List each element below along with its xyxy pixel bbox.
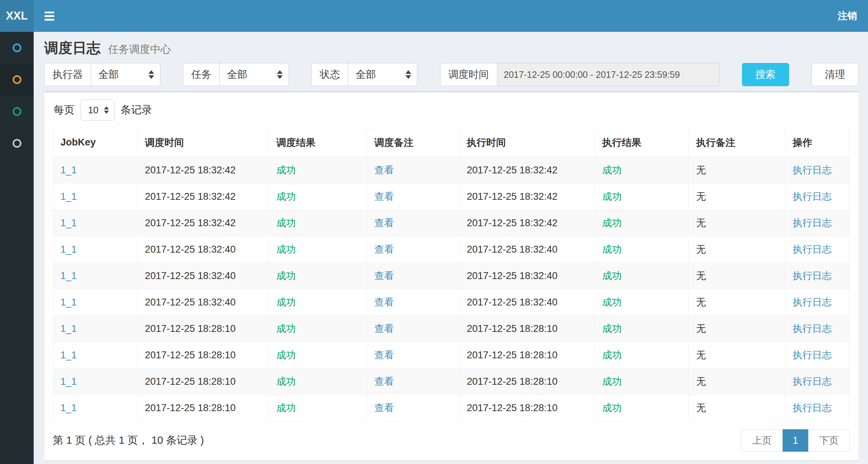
trigger-result-cell: 成功 <box>269 210 367 236</box>
handle-time-cell: 2017-12-25 18:28:10 <box>459 395 595 421</box>
trigger-msg-link[interactable]: 查看 <box>374 376 394 387</box>
jobkey-link[interactable]: 1_1 <box>60 402 77 413</box>
handle-msg-cell: 无 <box>689 263 785 289</box>
table-row: 1_1 2017-12-25 18:28:10 成功 查看 2017-12-25… <box>53 342 850 368</box>
sidebar-toggle-button[interactable] <box>45 12 54 21</box>
table-row: 1_1 2017-12-25 18:32:40 成功 查看 2017-12-25… <box>53 263 850 289</box>
filter-status-group: 状态 全部 <box>311 63 417 86</box>
column-header: 调度时间 <box>138 128 269 157</box>
exec-log-link[interactable]: 执行日志 <box>793 323 832 334</box>
jobkey-link[interactable]: 1_1 <box>60 323 77 334</box>
handle-time-cell: 2017-12-25 18:32:40 <box>459 236 595 263</box>
job-select[interactable]: 全部 <box>219 63 289 86</box>
trigger-time-cell: 2017-12-25 18:28:10 <box>138 395 269 421</box>
handle-time-cell: 2017-12-25 18:32:40 <box>459 289 595 316</box>
table-row: 1_1 2017-12-25 18:32:40 成功 查看 2017-12-25… <box>53 289 850 316</box>
handle-msg-cell: 无 <box>689 289 785 316</box>
jobkey-link[interactable]: 1_1 <box>60 191 77 202</box>
handle-msg-cell: 无 <box>689 342 785 368</box>
jobkey-link[interactable]: 1_1 <box>60 376 77 387</box>
sidebar-item-4[interactable] <box>0 127 34 159</box>
logout-link[interactable]: 注销 <box>838 9 857 22</box>
exec-log-link[interactable]: 执行日志 <box>793 402 832 413</box>
trigger-msg-link[interactable]: 查看 <box>374 350 394 360</box>
trigger-time-cell: 2017-12-25 18:28:10 <box>138 316 269 342</box>
circle-icon <box>13 107 21 116</box>
sidebar-item-1[interactable] <box>0 32 34 64</box>
jobkey-link[interactable]: 1_1 <box>60 218 77 228</box>
trigger-msg-link[interactable]: 查看 <box>374 191 394 202</box>
trigger-msg-link[interactable]: 查看 <box>374 218 394 228</box>
current-page-button[interactable]: 1 <box>783 429 808 452</box>
trigger-result-cell: 成功 <box>269 157 367 184</box>
trigger-result-cell: 成功 <box>269 395 367 421</box>
exec-log-link[interactable]: 执行日志 <box>793 165 832 176</box>
navbar-main: 注销 <box>34 0 868 32</box>
handle-time-cell: 2017-12-25 18:32:40 <box>459 263 595 289</box>
trigger-time-cell: 2017-12-25 18:32:42 <box>138 184 269 210</box>
trigger-msg-link[interactable]: 查看 <box>374 402 394 413</box>
trigger-time-cell: 2017-12-25 18:32:40 <box>138 263 269 289</box>
status-select[interactable]: 全部 <box>348 63 417 86</box>
filter-job-group: 任务 全部 <box>183 63 289 86</box>
handle-msg-cell: 无 <box>689 236 785 263</box>
handle-time-cell: 2017-12-25 18:32:42 <box>459 184 595 210</box>
select-arrows-icon <box>277 70 283 79</box>
trigger-time-cell: 2017-12-25 18:28:10 <box>138 368 269 395</box>
select-arrows-icon <box>148 70 154 79</box>
trigger-msg-link[interactable]: 查看 <box>374 297 394 308</box>
table-row: 1_1 2017-12-25 18:28:10 成功 查看 2017-12-25… <box>53 395 850 421</box>
trigger-result-cell: 成功 <box>269 368 367 395</box>
exec-log-link[interactable]: 执行日志 <box>793 376 832 387</box>
handle-time-cell: 2017-12-25 18:28:10 <box>459 368 595 395</box>
sidebar-item-3[interactable] <box>0 96 34 127</box>
page-size-suffix-label: 条记录 <box>121 103 152 117</box>
exec-log-link[interactable]: 执行日志 <box>793 191 832 202</box>
page-size-select[interactable]: 10 <box>80 100 115 121</box>
exec-log-link[interactable]: 执行日志 <box>793 297 832 308</box>
column-header: 调度备注 <box>367 128 459 157</box>
handle-time-cell: 2017-12-25 18:32:42 <box>459 157 595 184</box>
column-header: 执行备注 <box>689 128 785 157</box>
exec-log-link[interactable]: 执行日志 <box>793 218 832 228</box>
jobkey-link[interactable]: 1_1 <box>60 350 77 360</box>
jobkey-link[interactable]: 1_1 <box>60 165 77 176</box>
sidebar-item-2[interactable] <box>0 64 34 96</box>
exec-log-link[interactable]: 执行日志 <box>793 270 832 281</box>
filter-trigger-time-group: 调度时间 2017-12-25 00:00:00 - 2017-12-25 23… <box>440 63 720 86</box>
search-button[interactable]: 搜索 <box>742 63 789 86</box>
table-header-row: JobKey调度时间调度结果调度备注执行时间执行结果执行备注操作 <box>53 128 850 157</box>
executor-select[interactable]: 全部 <box>91 63 160 86</box>
trigger-result-cell: 成功 <box>269 289 367 316</box>
jobkey-link[interactable]: 1_1 <box>60 270 77 281</box>
records-table: JobKey调度时间调度结果调度备注执行时间执行结果执行备注操作 1_1 201… <box>53 128 850 421</box>
next-page-button[interactable]: 下页 <box>808 429 850 452</box>
jobkey-link[interactable]: 1_1 <box>60 297 77 308</box>
top-navbar: XXL 注销 <box>0 0 868 32</box>
exec-log-link[interactable]: 执行日志 <box>793 350 832 360</box>
handle-time-cell: 2017-12-25 18:32:42 <box>459 210 595 236</box>
handle-result-cell: 成功 <box>595 236 689 263</box>
table-body: 1_1 2017-12-25 18:32:42 成功 查看 2017-12-25… <box>53 157 850 421</box>
column-header: 执行时间 <box>459 128 595 157</box>
jobkey-link[interactable]: 1_1 <box>60 244 77 255</box>
app-logo[interactable]: XXL <box>0 0 34 32</box>
exec-log-link[interactable]: 执行日志 <box>793 244 832 255</box>
prev-page-button[interactable]: 上页 <box>741 429 783 452</box>
trigger-msg-link[interactable]: 查看 <box>374 244 394 255</box>
trigger-msg-link[interactable]: 查看 <box>374 270 394 281</box>
handle-result-cell: 成功 <box>595 157 689 184</box>
trigger-time-cell: 2017-12-25 18:32:42 <box>138 210 269 236</box>
trigger-result-cell: 成功 <box>269 184 367 210</box>
page-size-row: 每页 10 条记录 <box>54 100 850 121</box>
content-panel: 每页 10 条记录 JobKey调度时间调度结果调度备注执行时间执行结果执行备注… <box>44 91 859 460</box>
handle-result-cell: 成功 <box>595 395 689 421</box>
content-header: 调度日志 任务调度中心 <box>44 38 859 58</box>
handle-time-cell: 2017-12-25 18:28:10 <box>459 316 595 342</box>
trigger-msg-link[interactable]: 查看 <box>374 165 394 176</box>
select-arrows-icon <box>405 70 411 79</box>
clear-button[interactable]: 清理 <box>812 63 859 86</box>
page-subtitle: 任务调度中心 <box>108 43 171 55</box>
trigger-msg-link[interactable]: 查看 <box>374 323 394 334</box>
trigger-time-range-input[interactable]: 2017-12-25 00:00:00 - 2017-12-25 23:59:5… <box>497 63 720 86</box>
